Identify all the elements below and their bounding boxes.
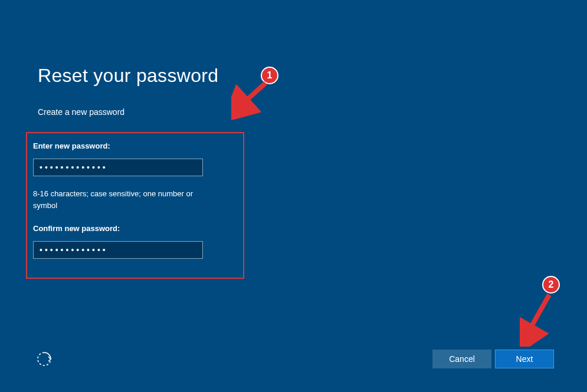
confirm-password-input[interactable] bbox=[33, 241, 203, 259]
annotation-callout-2: 2 bbox=[520, 276, 567, 341]
password-form-highlight-box: Enter new password: 8-16 characters; cas… bbox=[26, 132, 244, 279]
ease-of-access-icon[interactable] bbox=[36, 351, 53, 367]
next-button[interactable]: Next bbox=[495, 350, 554, 368]
svg-line-3 bbox=[528, 295, 549, 332]
page-subtitle: Create a new password bbox=[38, 107, 392, 117]
annotation-badge-2: 2 bbox=[542, 276, 560, 294]
enter-password-input[interactable] bbox=[33, 159, 203, 176]
enter-password-label: Enter new password: bbox=[33, 141, 234, 150]
cancel-button[interactable]: Cancel bbox=[432, 350, 491, 368]
password-hint: 8-16 characters; case sensitive; one num… bbox=[33, 188, 216, 211]
confirm-password-label: Confirm new password: bbox=[33, 224, 234, 233]
page-title: Reset your password bbox=[38, 65, 392, 87]
footer-button-row: Cancel Next bbox=[432, 350, 554, 368]
arrow-icon bbox=[520, 276, 567, 347]
